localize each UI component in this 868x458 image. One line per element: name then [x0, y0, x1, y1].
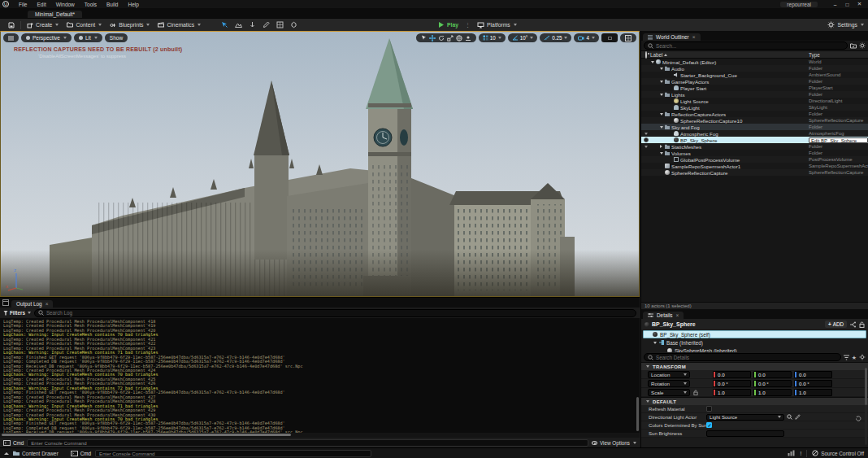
perspective-dropdown[interactable]: Perspective [21, 33, 72, 42]
rotation-snap-toggle[interactable]: 10° [508, 33, 538, 42]
rotation-x-field[interactable]: 0.0 ° [713, 380, 751, 387]
outliner-row[interactable]: SampleRepoSupermeshActor1 SampleRepoSupe… [641, 163, 868, 169]
expand-chevron-icon[interactable] [650, 61, 654, 63]
edit-pen-icon[interactable] [795, 414, 801, 420]
expand-chevron-icon[interactable] [659, 126, 663, 129]
browse-search-icon[interactable] [787, 414, 792, 420]
outliner-row[interactable]: SphereReflectionCapture SphereReflection… [641, 169, 868, 176]
outliner-row[interactable]: Atmospheric Fog AtmosphericFog [641, 130, 868, 137]
close-tab-icon[interactable]: × [676, 312, 679, 318]
tab-output-log[interactable]: Output Log × [11, 300, 53, 308]
world-coordinate-icon[interactable] [456, 35, 462, 41]
menu-help[interactable]: Help [123, 2, 143, 7]
location-x-field[interactable]: 0.0 [713, 371, 751, 378]
directional-light-actor-select[interactable]: Light Source [706, 414, 784, 421]
select-tool-icon[interactable] [421, 35, 427, 41]
scale-x-field[interactable]: 1.0 [713, 389, 751, 396]
fracture-mode-icon[interactable] [276, 21, 284, 28]
outliner-row[interactable]: SphereReflectionCapture10 SphereReflecti… [641, 117, 868, 124]
expand-chevron-icon[interactable] [659, 68, 663, 70]
rotate-tool-icon[interactable] [438, 35, 445, 41]
console-command-input[interactable]: Enter Console Command [27, 439, 588, 447]
component-row[interactable]: SkySphereMesh (Inherited) [643, 347, 866, 352]
derived-data-chart-icon[interactable] [788, 450, 795, 456]
blueprints-button[interactable]: Blueprints [106, 20, 154, 30]
favorites-star-icon[interactable]: ★ [852, 355, 857, 360]
maximize-button[interactable]: □ [841, 2, 853, 7]
panel-dock-icon[interactable] [2, 299, 9, 306]
tab-details[interactable]: Details × [643, 312, 684, 319]
blueprint-hierarchy-icon[interactable] [849, 321, 857, 328]
row-visibility-eye-icon[interactable] [641, 146, 650, 148]
outliner-row[interactable]: Light Source DirectionalLight [641, 98, 868, 104]
menu-build[interactable]: Build [102, 2, 123, 7]
default-section-header[interactable]: DEFAULT [641, 397, 868, 405]
viewport-options-menu[interactable] [3, 33, 19, 42]
create-button[interactable]: Create [23, 20, 63, 30]
tab-world-outliner[interactable]: World Outliner × [643, 33, 701, 41]
outliner-search-input[interactable]: Search... [644, 41, 848, 50]
expand-chevron-icon[interactable] [659, 81, 663, 83]
colors-by-sun-checkbox[interactable] [706, 422, 712, 428]
scale-snap-toggle[interactable]: 0.25 [540, 33, 571, 42]
status-console-input[interactable]: Enter Console Command [95, 450, 371, 457]
label-column-header[interactable]: Label [650, 52, 809, 58]
refresh-material-checkbox[interactable] [706, 406, 712, 412]
play-button[interactable]: Play [434, 20, 462, 30]
landscape-mode-icon[interactable] [235, 21, 242, 28]
foliage-mode-icon[interactable] [249, 21, 256, 28]
outliner-row[interactable]: Volumes Folder [641, 150, 868, 156]
menu-tools[interactable]: Tools [80, 2, 102, 7]
log-search-input[interactable]: Search Log [34, 309, 636, 317]
menu-window[interactable]: Window [51, 2, 80, 7]
settings-button[interactable]: Settings [827, 21, 864, 28]
outliner-row[interactable]: Lights Folder [641, 91, 868, 98]
visibility-column-eye-icon[interactable] [641, 52, 650, 58]
cmd-mode-dropdown[interactable]: Cmd [3, 440, 24, 446]
outliner-row[interactable]: GamePlayActors Folder [641, 78, 868, 85]
location-y-field[interactable]: 0.0 [753, 371, 792, 378]
expand-chevron-icon[interactable] [659, 152, 663, 155]
expand-chevron-icon[interactable] [659, 113, 663, 116]
view-options-dropdown[interactable]: View Options [592, 440, 636, 446]
outliner-row[interactable]: Sky and Fog Folder [641, 124, 868, 130]
menu-file[interactable]: File [14, 2, 32, 7]
content-button[interactable]: Content [63, 20, 106, 30]
reset-to-default-icon[interactable] [855, 416, 861, 421]
add-component-button[interactable]: +ADD [825, 321, 847, 328]
source-control-button[interactable]: Source Control Off [812, 450, 864, 456]
transform-section-header[interactable]: TRANSFORM [641, 362, 868, 370]
brush-editing-mode-icon[interactable] [290, 21, 297, 28]
component-row[interactable]: BP_Sky_Sphere (self) [643, 330, 866, 338]
cinematics-button[interactable]: Cinematics [154, 20, 205, 30]
filter-lines-icon[interactable] [844, 355, 849, 360]
menu-edit[interactable]: Edit [32, 2, 50, 7]
level-tab[interactable]: Minimal_Default* [28, 11, 82, 18]
details-search-input[interactable]: Search Details [644, 353, 841, 361]
expand-chevron-icon[interactable] [659, 94, 663, 96]
close-tab-icon[interactable]: × [46, 301, 49, 307]
log-vertical-scrollbar[interactable] [636, 397, 639, 431]
select-mode-icon[interactable] [221, 21, 228, 28]
expand-chevron-icon[interactable] [653, 342, 657, 344]
save-button[interactable] [4, 20, 19, 30]
view-mode-dropdown[interactable]: Lit [74, 33, 102, 42]
log-horizontal-scrollbar[interactable] [0, 433, 640, 438]
sun-brightness-field[interactable] [706, 430, 784, 437]
quad-view-button[interactable] [620, 33, 636, 42]
close-button[interactable]: ✕ [853, 1, 866, 7]
component-row[interactable]: Base (Inherited) [643, 338, 866, 347]
create-folder-icon[interactable] [850, 43, 857, 49]
rotation-y-field[interactable]: 0.0 ° [753, 380, 792, 387]
location-dropdown[interactable]: Location [648, 371, 690, 378]
outliner-row[interactable]: Player Start PlayerStart [641, 85, 868, 91]
surface-snap-icon[interactable] [465, 35, 471, 41]
unreal-logo-icon[interactable]: U [2, 1, 9, 7]
play-options-kebab-icon[interactable]: ⋮ [465, 22, 471, 28]
move-tool-icon[interactable] [429, 35, 436, 41]
close-tab-icon[interactable]: × [692, 34, 696, 40]
type-column-header[interactable]: Type [809, 52, 868, 58]
scrollbar-thumb[interactable] [2, 434, 291, 436]
rotation-dropdown[interactable]: Rotation [648, 380, 690, 387]
outliner-row[interactable]: ReflectionCaptureActors Folder [641, 111, 868, 117]
